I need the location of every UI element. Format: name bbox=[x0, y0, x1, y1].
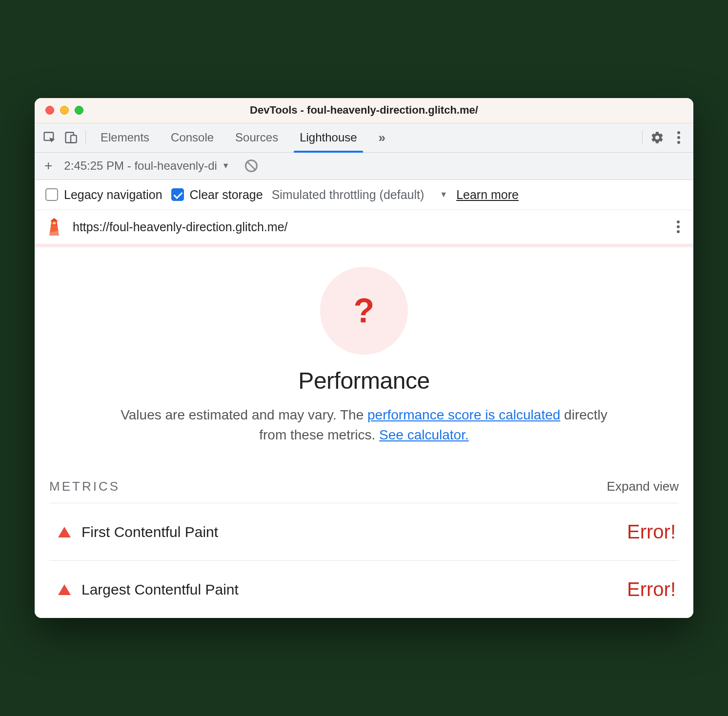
new-report-button[interactable]: + bbox=[41, 158, 55, 174]
metric-value: Error! bbox=[627, 521, 676, 543]
learn-more-link[interactable]: Learn more bbox=[456, 188, 519, 202]
tabs-overflow-icon[interactable]: » bbox=[368, 123, 396, 152]
throttling-label: Simulated throttling (default) bbox=[272, 188, 425, 202]
error-triangle-icon bbox=[58, 527, 71, 537]
lighthouse-subbar: + 2:45:25 PM - foul-heavenly-di ▼ bbox=[35, 153, 693, 180]
tab-lighthouse[interactable]: Lighthouse bbox=[289, 123, 367, 152]
settings-gear-icon[interactable] bbox=[647, 127, 668, 148]
legacy-navigation-checkbox[interactable] bbox=[45, 188, 58, 201]
report-selector[interactable]: 2:45:25 PM - foul-heavenly-di ▼ bbox=[64, 159, 229, 173]
see-calculator-link[interactable]: See calculator. bbox=[379, 427, 469, 442]
panel-tabs: Elements Console Sources Lighthouse » bbox=[90, 123, 396, 152]
toggle-device-icon[interactable] bbox=[60, 127, 81, 148]
dropdown-icon: ▼ bbox=[222, 161, 230, 170]
error-triangle-icon bbox=[58, 584, 71, 595]
clear-storage-label: Clear storage bbox=[190, 188, 263, 202]
tab-console[interactable]: Console bbox=[160, 123, 224, 152]
clear-report-icon[interactable] bbox=[241, 155, 262, 177]
devtools-window: DevTools - foul-heavenly-direction.glitc… bbox=[35, 98, 693, 618]
select-element-icon[interactable] bbox=[39, 127, 60, 148]
report-body: ? Performance Values are estimated and m… bbox=[35, 247, 693, 618]
legacy-navigation-label: Legacy navigation bbox=[64, 188, 162, 202]
devtools-toolbar: Elements Console Sources Lighthouse » bbox=[35, 123, 693, 153]
metric-value: Error! bbox=[627, 578, 676, 600]
toolbar-separator bbox=[85, 130, 86, 145]
metrics-header: METRICS Expand view bbox=[49, 479, 679, 503]
svg-rect-2 bbox=[71, 135, 77, 142]
titlebar: DevTools - foul-heavenly-direction.glitc… bbox=[35, 98, 693, 123]
svg-marker-7 bbox=[50, 218, 58, 221]
throttling-selector[interactable]: Simulated throttling (default) ▼ bbox=[272, 188, 448, 202]
report-url-bar: https://foul-heavenly-direction.glitch.m… bbox=[35, 210, 693, 244]
clear-storage-checkbox[interactable] bbox=[171, 188, 184, 201]
svg-rect-6 bbox=[53, 222, 56, 224]
category-description: Values are estimated and may vary. The p… bbox=[105, 405, 623, 445]
report-selector-label: 2:45:25 PM - foul-heavenly-di bbox=[64, 159, 217, 173]
more-menu-icon[interactable] bbox=[668, 127, 689, 148]
dropdown-icon: ▼ bbox=[440, 190, 447, 199]
report-url: https://foul-heavenly-direction.glitch.m… bbox=[73, 220, 664, 234]
score-calc-link[interactable]: performance score is calculated bbox=[367, 407, 560, 422]
lighthouse-options-bar: Legacy navigation Clear storage Simulate… bbox=[35, 180, 693, 210]
tab-elements[interactable]: Elements bbox=[90, 123, 160, 152]
tab-sources[interactable]: Sources bbox=[224, 123, 289, 152]
metric-name: Largest Contentful Paint bbox=[81, 581, 239, 598]
score-gauge: ? bbox=[320, 267, 408, 355]
category-title: Performance bbox=[298, 367, 429, 394]
desc-text: Values are estimated and may vary. The bbox=[121, 407, 367, 422]
metric-name: First Contentful Paint bbox=[81, 524, 218, 540]
toolbar-separator bbox=[642, 130, 643, 145]
lighthouse-icon bbox=[45, 218, 63, 236]
expand-view-toggle[interactable]: Expand view bbox=[607, 479, 679, 494]
report-menu-icon[interactable] bbox=[674, 218, 683, 236]
score-value: ? bbox=[354, 291, 375, 330]
metrics-section-label: METRICS bbox=[49, 479, 120, 494]
metric-row: Largest Contentful Paint Error! bbox=[49, 561, 679, 618]
window-title: DevTools - foul-heavenly-direction.glitc… bbox=[35, 104, 693, 117]
performance-summary: ? Performance Values are estimated and m… bbox=[49, 267, 679, 445]
metric-row: First Contentful Paint Error! bbox=[49, 503, 679, 561]
